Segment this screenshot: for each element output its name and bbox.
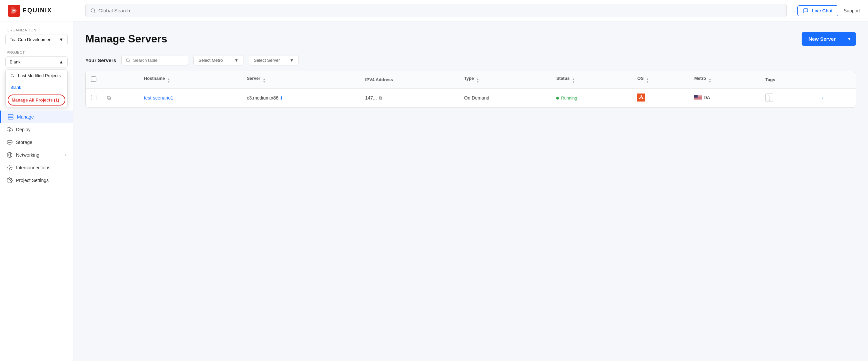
org-name: Tea Cup Development [10,37,53,42]
manage-all-projects-item[interactable]: Manage All Projects (1) [8,94,65,106]
row-copy-cell[interactable]: ⧉ [102,88,139,107]
blank-project-item[interactable]: Blank [6,82,67,93]
main-layout: Organization Tea Cup Development ▼ Proje… [0,0,868,361]
last-modified-projects-item[interactable]: 🗂 Last Modified Projects [6,70,67,82]
row-navigate-icon[interactable]: → [818,94,824,101]
copy-col-header [102,71,139,88]
interconnections-icon [7,165,13,171]
svg-rect-24 [694,99,702,100]
search-icon [90,8,96,13]
last-modified-label: Last Modified Projects [18,73,61,78]
status-col-header[interactable]: Status ▲▼ [551,71,632,88]
new-server-button[interactable]: New Server ▼ [802,32,856,46]
networking-label: Networking [16,152,39,158]
select-metro-dropdown[interactable]: Select Metro ▼ [193,55,243,65]
live-chat-button[interactable]: Live Chat [797,5,838,16]
svg-line-13 [129,61,130,62]
storage-icon [7,139,13,145]
metro-sort-icon: ▲▼ [709,78,711,84]
deploy-icon [7,127,13,133]
metro-chevron-icon: ▼ [234,58,239,63]
search-table-icon [126,58,130,63]
folder-icon: 🗂 [10,73,15,78]
svg-rect-3 [8,115,13,116]
svg-rect-23 [694,99,702,99]
select-all-header[interactable] [86,71,102,88]
ipv4-col-header: IPV4 Address [360,71,459,88]
svg-point-11 [9,180,11,181]
org-selector[interactable]: Tea Cup Development ▼ [5,34,68,45]
servers-filter-bar: Your Servers Select Metro ▼ Select Serve… [85,55,856,65]
status-cell: Running [551,88,632,107]
networking-icon [7,152,13,158]
search-table-input[interactable] [133,58,180,63]
status-badge: Running [556,95,577,101]
project-name: Blank [10,59,21,64]
type-cell: On Demand [459,88,551,107]
storage-label: Storage [16,140,32,145]
server-cell: c3.medium.x86 ℹ [241,88,360,107]
svg-point-14 [637,93,645,102]
project-settings-label: Project Settings [16,178,49,183]
interconnections-label: Interconnections [16,165,50,170]
metro-col-header[interactable]: Metro ▲▼ [689,71,760,88]
svg-rect-22 [694,98,702,98]
equinix-logo-icon [8,5,20,17]
hostname-col-header[interactable]: Hostname ▲▼ [139,71,242,88]
metro-cell: DA [689,88,760,107]
server-col-header[interactable]: Server ▲▼ [241,71,360,88]
hostname-sort-icon: ▲▼ [167,78,170,84]
ipv4-cell: 147... ⧉ [360,88,459,107]
type-sort-icon: ▲▼ [476,78,479,84]
type-col-header[interactable]: Type ▲▼ [459,71,551,88]
os-col-header[interactable]: OS ▲▼ [632,71,689,88]
support-link[interactable]: Support [844,8,860,13]
os-icon [637,93,645,102]
svg-rect-4 [8,117,13,119]
new-server-label: New Server [802,32,842,46]
row-checkbox[interactable] [91,95,96,100]
org-label: Organization [5,28,68,32]
metro-code: DA [704,95,710,100]
type-value: On Demand [464,95,489,101]
actions-col-header [813,71,856,88]
new-server-caret-icon[interactable]: ▼ [843,33,856,46]
ip-copy-icon[interactable]: ⧉ [379,95,382,101]
server-chevron-icon: ▼ [289,58,294,63]
your-servers-label: Your Servers [85,57,116,63]
select-server-dropdown[interactable]: Select Server ▼ [249,55,299,65]
metro-value: DA [694,95,710,100]
sidebar-item-manage[interactable]: Manage [0,111,73,123]
svg-point-1 [91,9,95,12]
sidebar-item-deploy[interactable]: Deploy [0,123,73,136]
action-arrow-cell[interactable]: → [813,88,856,107]
sidebar-item-networking[interactable]: Networking › [0,148,73,161]
sidebar-item-project-settings[interactable]: Project Settings [0,174,73,187]
manage-label: Manage [17,114,34,119]
sidebar-item-storage[interactable]: Storage [0,136,73,148]
global-search-input[interactable] [98,8,782,13]
server-icon [8,114,14,120]
us-flag-icon [694,95,702,100]
svg-rect-25 [694,95,698,98]
table-header-row: Hostname ▲▼ Server ▲▼ IPV4 Address Type … [86,71,856,88]
global-search-bar[interactable] [85,4,787,17]
status-dot [556,97,559,100]
servers-table: Hostname ▲▼ Server ▲▼ IPV4 Address Type … [86,71,856,107]
server-info: c3.medium.x86 ℹ [247,95,354,101]
project-selector[interactable]: Blank ▲ [5,56,68,67]
select-all-checkbox[interactable] [91,77,96,82]
row-checkbox-cell[interactable] [86,88,102,107]
chevron-up-icon: ▲ [59,59,63,64]
svg-line-2 [94,12,95,13]
svg-point-15 [641,95,642,96]
info-icon[interactable]: ℹ [280,95,282,101]
settings-icon [7,177,13,183]
manage-all-label: Manage All Projects (1) [12,98,59,103]
hostname-link[interactable]: test-scenario1 [144,95,174,101]
copy-icon[interactable]: ⧉ [107,95,111,101]
search-table-field[interactable] [121,55,188,65]
tags-col-header: Tags [760,71,813,88]
terminal-icon[interactable]: ⎱ [765,93,773,102]
sidebar-item-interconnections[interactable]: Interconnections [0,161,73,174]
